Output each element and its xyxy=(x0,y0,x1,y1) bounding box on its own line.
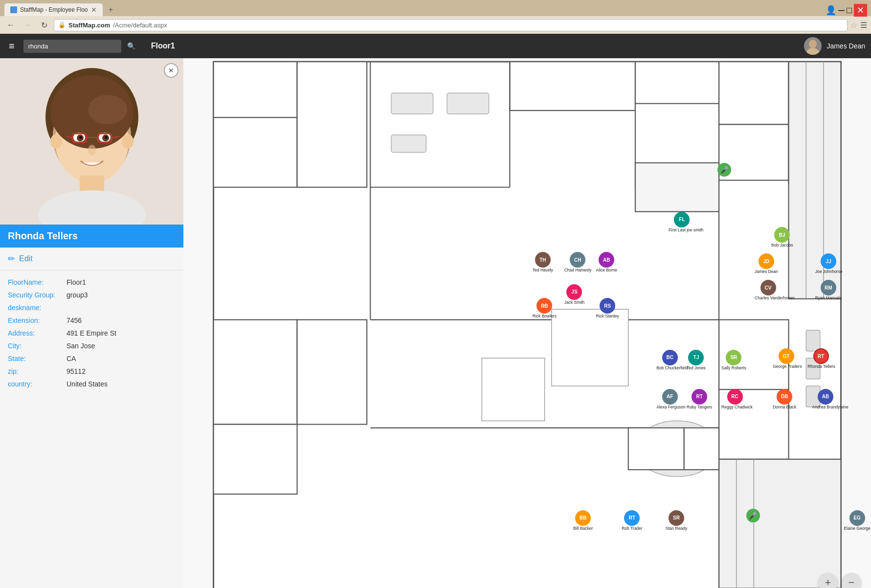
detail-value: Floor1 xyxy=(67,278,86,286)
employee-name-label: Ruby Tangers xyxy=(687,405,712,409)
svg-rect-38 xyxy=(297,320,367,425)
tab-close-button[interactable]: ✕ xyxy=(91,6,97,14)
employee-marker-stan-ready[interactable]: SRStan Ready xyxy=(666,510,687,531)
mic-icon: 🎤 xyxy=(717,163,731,177)
employee-marker-alexa-ferguson[interactable]: AFAlexa Ferguson xyxy=(656,389,683,409)
bookmark-button[interactable]: ☆ xyxy=(850,21,857,30)
employee-marker-chad-hamesly[interactable]: CHChad Hamesly xyxy=(564,252,591,272)
app-bar: ≡ 🔍 Floor1 James Dean xyxy=(0,34,871,58)
back-button[interactable]: ← xyxy=(4,18,18,32)
employee-marker-ruby-tangers[interactable]: RTRuby Tangers xyxy=(687,389,712,409)
employee-name-bar: Rhonda Tellers xyxy=(0,225,183,248)
employee-marker-elaine-george[interactable]: EGElaine George xyxy=(844,510,870,531)
employee-marker-reggy-chadwick[interactable]: RCReggy Chadwick xyxy=(721,389,748,409)
employee-name-label: Elaine George xyxy=(844,526,870,531)
edit-section[interactable]: ✏ Edit xyxy=(0,248,183,271)
employee-avatar: RM xyxy=(821,280,836,295)
zoom-out-button[interactable]: − xyxy=(842,573,861,588)
detail-row: country:United States xyxy=(8,380,176,388)
map-area[interactable]: THTed HavelyCHChad HameslyABAlice BorneJ… xyxy=(183,58,871,588)
forward-button[interactable]: → xyxy=(21,18,34,32)
employee-avatar: JS xyxy=(566,284,582,300)
employee-avatar: AF xyxy=(662,389,678,405)
svg-rect-30 xyxy=(635,62,719,104)
employee-marker-andrea-brandywine[interactable]: ABAndrea Brandywine xyxy=(812,389,839,409)
employee-marker-donna-black[interactable]: DBDonna Black xyxy=(773,389,796,409)
employee-avatar: JD xyxy=(759,253,774,269)
employee-name-label: Charles Vanderhoven xyxy=(755,296,782,300)
employee-avatar: RS xyxy=(600,298,615,314)
close-panel-button[interactable]: ✕ xyxy=(164,63,179,78)
employee-name-label: Stan Ready xyxy=(666,526,687,531)
employee-marker-sally-roberts[interactable]: SRSally Roberts xyxy=(721,350,746,370)
detail-row: Extension:7456 xyxy=(8,317,176,324)
minimize-button[interactable]: ─ xyxy=(838,5,845,16)
svg-rect-42 xyxy=(719,459,841,588)
employee-marker-ted-jones[interactable]: TJTed Jones xyxy=(687,350,706,370)
employee-marker-first-last[interactable]: FLFirst Last joe smith xyxy=(669,212,695,232)
url-domain: StaffMap.com xyxy=(68,22,110,29)
employee-marker-ryan-manuals[interactable]: RMRyan Manuals xyxy=(815,280,842,300)
employee-avatar: BJ xyxy=(774,227,790,243)
employee-name-label: Chad Hamesly xyxy=(564,268,591,272)
employee-marker-rick-bowlers[interactable]: RBRick Bowlers xyxy=(533,298,557,318)
svg-point-1 xyxy=(809,40,817,48)
employee-marker-ted-havely[interactable]: THTed Havely xyxy=(533,252,553,272)
svg-rect-58 xyxy=(628,428,684,470)
new-tab-button[interactable]: + xyxy=(105,4,117,16)
employee-marker-rob-trader[interactable]: RTRob Trader xyxy=(622,510,643,531)
floor-plan: THTed HavelyCHChad HameslyABAlice BorneJ… xyxy=(183,58,871,588)
tab-favicon xyxy=(10,6,17,13)
employee-marker-alice-borne[interactable]: ABAlice Borne xyxy=(596,252,617,272)
employee-avatar: RC xyxy=(727,389,743,405)
svg-rect-26 xyxy=(213,62,297,117)
employee-avatar: TJ xyxy=(688,350,704,365)
employee-photo xyxy=(0,58,183,225)
refresh-button[interactable]: ↻ xyxy=(37,18,51,32)
search-input[interactable] xyxy=(23,40,121,53)
employee-marker-joe-johnhorse[interactable]: JJJoe Johnhorse xyxy=(815,253,842,274)
employee-marker-bob-jacobs[interactable]: BJBob Jacobs xyxy=(771,227,793,248)
employee-marker-bob-chuckerfield[interactable]: BCBob Chuckerfield xyxy=(656,350,683,370)
zoom-controls: + − xyxy=(818,573,861,588)
employee-marker-jack-smith[interactable]: JSJack Smith xyxy=(564,284,585,305)
employee-name-label: First Last joe smith xyxy=(669,228,695,232)
svg-rect-27 xyxy=(213,117,297,187)
zoom-in-button[interactable]: + xyxy=(818,573,838,588)
edit-label: Edit xyxy=(19,254,33,263)
svg-rect-61 xyxy=(635,163,719,212)
user-avatar xyxy=(804,37,822,55)
employee-marker-bill-backer[interactable]: BBBill Backer xyxy=(573,510,593,531)
employee-marker-rick-stanley[interactable]: RSRick Stanley xyxy=(596,298,619,318)
address-bar[interactable]: 🔒 StaffMap.com/Acme/default.aspx xyxy=(54,19,848,31)
detail-label: State: xyxy=(8,355,67,362)
employee-marker-rhonda-tellers[interactable]: RTRhonda Tellers xyxy=(807,348,834,369)
search-icon[interactable]: 🔍 xyxy=(127,42,135,50)
main-content: ✕ xyxy=(0,58,871,588)
employee-avatar: DB xyxy=(777,389,792,405)
browser-menu-button[interactable]: ☰ xyxy=(860,21,867,30)
floor-label: Floor1 xyxy=(151,42,175,50)
hamburger-menu-icon[interactable]: ≡ xyxy=(6,38,18,55)
employee-name-label: Bob Jacobs xyxy=(771,243,793,248)
svg-rect-28 xyxy=(297,62,367,187)
svg-point-9 xyxy=(50,134,62,149)
active-tab[interactable]: StaffMap - Employee Floo ✕ xyxy=(4,3,103,16)
window-close-button2[interactable]: ✕ xyxy=(854,4,867,17)
detail-value: 7456 xyxy=(67,317,82,324)
employee-avatar: TH xyxy=(535,252,551,268)
maximize-button[interactable]: □ xyxy=(847,5,852,16)
left-panel: ✕ xyxy=(0,58,183,588)
employee-avatar: SR xyxy=(669,510,684,526)
profile-icon[interactable]: 👤 xyxy=(826,5,836,16)
employee-marker-james-dean[interactable]: JDJames Dean xyxy=(755,253,778,274)
employee-name-label: Sally Roberts xyxy=(721,366,746,370)
employee-marker-george-traders[interactable]: GTGeorge Traders xyxy=(773,348,800,369)
employee-avatar: CH xyxy=(570,252,585,268)
employee-avatar: GT xyxy=(779,348,794,364)
employee-avatar: FL xyxy=(674,212,690,227)
detail-label: deskname: xyxy=(8,304,67,312)
employee-marker-charles-vanderhoven[interactable]: CVCharles Vanderhoven xyxy=(755,280,782,300)
detail-value: 95112 xyxy=(67,367,86,375)
employee-name-label: Donna Black xyxy=(773,405,796,409)
